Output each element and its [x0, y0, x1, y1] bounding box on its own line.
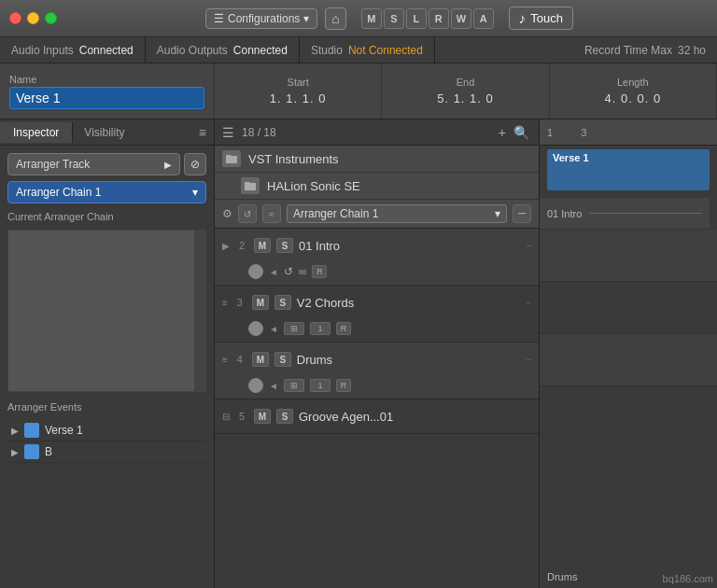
- track-expand-groove[interactable]: ⊟: [222, 412, 230, 422]
- end-block: End 5. 1. 1. 0: [382, 63, 549, 119]
- vst-instruments-row[interactable]: VST Instruments: [215, 146, 539, 173]
- track-2-mute[interactable]: M: [254, 238, 271, 253]
- track-2-r-btn[interactable]: R: [312, 265, 327, 278]
- chain-dropdown[interactable]: Arranger Chain 1 ▾: [7, 181, 206, 203]
- start-block: Start 1. 1. 1. 0: [215, 63, 382, 119]
- track-3-solo[interactable]: S: [274, 295, 291, 310]
- track-main-v2: ≡ 3 M S V2 Chords −: [215, 286, 539, 319]
- track-4-solo[interactable]: S: [274, 352, 291, 367]
- track-5-solo[interactable]: S: [276, 409, 293, 424]
- right-ruler: 1 3: [540, 119, 717, 146]
- panel-tabs: Inspector Visibility ≡: [0, 119, 214, 146]
- mid-header-add-icon[interactable]: +: [497, 123, 508, 142]
- intro-track-right: 01 Intro: [540, 198, 710, 230]
- track-row-drums: ≡ 4 M S Drums − ◄ ⊞ 1 R: [215, 343, 539, 399]
- track-3-r-btn[interactable]: R: [336, 322, 351, 335]
- event-color-verse1: [24, 423, 39, 438]
- arranger-track-icon-button[interactable]: ⊘: [184, 153, 206, 175]
- vst-section: VST Instruments HALion Sonic SE ⚙ ↺ ≈ Ar…: [215, 146, 539, 229]
- chain-select[interactable]: Arranger Chain 1 ▾: [287, 204, 507, 223]
- track-num-2: 2: [235, 240, 248, 251]
- audio-outputs-tab[interactable]: Audio Outputs Connected: [146, 37, 300, 63]
- studio-status: Not Connected: [348, 44, 423, 57]
- chain-select-arrow: ▾: [495, 207, 500, 220]
- start-label: Start: [288, 77, 309, 88]
- event-b[interactable]: ▶ B: [7, 441, 206, 463]
- titlebar: ☰ Configurations ▾ ⌂ M S L R W A ♪ Touch: [0, 0, 717, 37]
- vst-folder-icon: [222, 150, 241, 167]
- track-4-mute[interactable]: M: [252, 352, 269, 367]
- transport-r[interactable]: R: [429, 8, 449, 29]
- panel-menu-icon[interactable]: ≡: [191, 121, 214, 144]
- transport-s[interactable]: S: [384, 8, 404, 29]
- track-4-record[interactable]: [248, 378, 263, 393]
- tab-visibility[interactable]: Visibility: [73, 122, 135, 143]
- ruler-mark-1: 1: [547, 127, 553, 138]
- track-4-expand-icon: −: [526, 355, 531, 365]
- track-3-mute[interactable]: M: [252, 295, 269, 310]
- track-expand-intro[interactable]: ▶: [222, 241, 230, 251]
- transport-w[interactable]: W: [451, 8, 471, 29]
- chain-activate-btn[interactable]: ↺: [238, 204, 257, 223]
- track-row-v2chords: ≡ 3 M S V2 Chords − ◄ ⊞ 1 R: [215, 286, 539, 343]
- maximize-button[interactable]: [45, 12, 57, 24]
- track-num-4: 4: [233, 354, 246, 365]
- track-expand-drums[interactable]: ≡: [222, 355, 228, 365]
- name-input[interactable]: [9, 87, 204, 109]
- track-3-name: V2 Chords: [297, 296, 520, 310]
- track-expand-v2[interactable]: ≡: [222, 298, 228, 308]
- track-2-link[interactable]: ∞: [299, 265, 307, 278]
- track-4-num[interactable]: 1: [310, 379, 330, 392]
- track-2-record[interactable]: [248, 264, 263, 279]
- mid-header: ☰ 18 / 18 + 🔍: [215, 119, 539, 146]
- home-button[interactable]: ⌂: [325, 7, 345, 30]
- audio-inputs-label: Audio Inputs: [11, 44, 74, 57]
- mid-header-count: 18 / 18: [242, 126, 276, 139]
- event-verse1[interactable]: ▶ Verse 1: [7, 420, 206, 441]
- track-2-expand-icon: −: [526, 241, 531, 251]
- track-3-record[interactable]: [248, 321, 263, 336]
- studio-tab[interactable]: Studio Not Connected: [300, 37, 435, 63]
- arranger-scrollbar[interactable]: [194, 231, 205, 391]
- rp-row-1: [540, 230, 717, 282]
- mid-header-list-icon: ☰: [222, 125, 234, 140]
- tab-inspector[interactable]: Inspector: [0, 122, 73, 143]
- track-2-arrow[interactable]: ◄: [269, 267, 278, 277]
- configurations-button[interactable]: ☰ Configurations ▾: [205, 8, 317, 29]
- mid-panel: ☰ 18 / 18 + 🔍 VST Instruments HALion Son…: [215, 119, 540, 588]
- chain-row-icon: ⚙: [222, 207, 232, 220]
- track-2-loop[interactable]: ↺: [284, 265, 293, 278]
- right-empty-rows: [540, 230, 717, 588]
- touch-button[interactable]: ♪ Touch: [509, 7, 573, 30]
- transport-m[interactable]: M: [361, 8, 382, 29]
- transport-l[interactable]: L: [406, 8, 427, 29]
- audio-outputs-status: Connected: [233, 44, 288, 57]
- position-section: Start 1. 1. 1. 0 End 5. 1. 1. 0 Length 4…: [215, 63, 717, 119]
- transport-a[interactable]: A: [473, 8, 494, 29]
- touch-label: Touch: [530, 11, 563, 25]
- track-3-controls: ◄ ⊞ 1 R: [215, 319, 539, 342]
- mid-header-search-icon[interactable]: 🔍: [512, 123, 531, 142]
- audio-inputs-tab[interactable]: Audio Inputs Connected: [0, 37, 146, 63]
- track-5-mute[interactable]: M: [254, 409, 271, 424]
- track-4-r-btn[interactable]: R: [336, 379, 351, 392]
- track-num-5: 5: [235, 411, 248, 422]
- track-4-grid[interactable]: ⊞: [284, 379, 304, 392]
- track-3-num[interactable]: 1: [310, 322, 330, 335]
- track-2-solo[interactable]: S: [276, 238, 293, 253]
- track-3-arrow[interactable]: ◄: [269, 324, 278, 334]
- halion-row[interactable]: HALion Sonic SE: [215, 173, 539, 200]
- length-label: Length: [617, 77, 649, 88]
- event-arrow-icon-b: ▶: [11, 447, 19, 457]
- close-button[interactable]: [9, 12, 21, 24]
- minimize-button[interactable]: [27, 12, 39, 24]
- chain-minus-btn[interactable]: −: [513, 204, 531, 223]
- track-3-grid[interactable]: ⊞: [284, 322, 304, 335]
- chain-edit-btn[interactable]: ≈: [262, 204, 281, 223]
- track-main-intro: ▶ 2 M S 01 Intro −: [215, 229, 539, 262]
- chevron-down-icon: ▾: [303, 12, 309, 25]
- drums-label: Drums: [540, 569, 584, 584]
- track-4-arrow[interactable]: ◄: [269, 381, 278, 391]
- ruler-mark-3: 3: [581, 127, 586, 138]
- arranger-track-button[interactable]: Arranger Track ▶: [7, 153, 180, 175]
